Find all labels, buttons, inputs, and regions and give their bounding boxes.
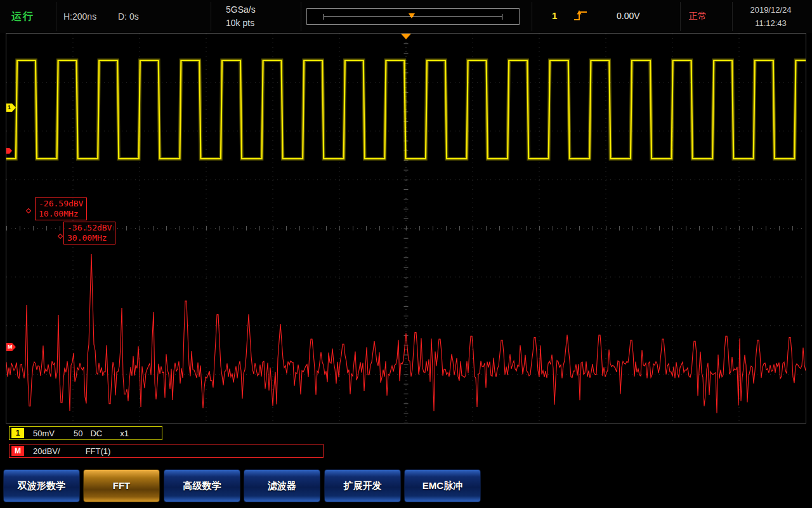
- fft-measurement-2-level: -36.52dBV: [67, 223, 112, 233]
- softkey-menu: 双波形数学 FFT 高级数学 滤波器 扩展开发 EMC脉冲: [0, 469, 812, 505]
- menu-filter[interactable]: 滤波器: [244, 469, 320, 502]
- acquisition-info: 5GSa/s 10k pts: [226, 3, 256, 30]
- fft-measurement-1-level: -26.59dBV: [39, 199, 83, 209]
- fft-measurement-1: -26.59dBV 10.00MHz: [35, 197, 87, 220]
- separator: [532, 2, 532, 31]
- horizontal-delay: D: 0s: [118, 11, 139, 22]
- trigger-rising-edge-icon: [573, 9, 588, 25]
- slider-right-bracket: [502, 14, 502, 20]
- math-badge: M: [11, 446, 24, 456]
- separator: [211, 2, 211, 31]
- fft-measurement-1-freq: 10.00MHz: [39, 209, 83, 219]
- run-status: 运行: [11, 10, 34, 23]
- math-scale: 20dBV/: [33, 446, 60, 456]
- datetime: 2019/12/24 11:12:43: [735, 3, 807, 30]
- separator: [732, 2, 733, 31]
- trigger-position-arrow[interactable]: [401, 34, 411, 39]
- ch1-coupling: DC: [90, 429, 102, 438]
- ch1-probe: x1: [120, 429, 129, 438]
- fft-trace: [6, 254, 806, 413]
- separator: [56, 2, 56, 31]
- sample-rate: 5GSa/s: [226, 3, 256, 17]
- math-function: FFT(1): [86, 446, 111, 456]
- ch1-impedance: 50: [74, 429, 82, 438]
- math-settings-bar[interactable]: M 20dBV/ FFT(1): [9, 444, 324, 458]
- scope-canvas: [6, 34, 806, 423]
- ch1-settings-bar[interactable]: 1 50mV 50 DC x1: [9, 426, 162, 440]
- waveform-display: 1 M -26.59dBV 10.00MHz -36.52dBV 30.00MH…: [6, 33, 806, 424]
- ch1-badge: 1: [11, 428, 24, 438]
- trigger-mode: 正常: [689, 11, 707, 22]
- memory-depth: 10k pts: [226, 17, 256, 30]
- menu-emc-pulse[interactable]: EMC脉冲: [404, 469, 481, 502]
- horizontal-position-slider[interactable]: [306, 8, 520, 25]
- menu-advanced-math[interactable]: 高级数学: [164, 469, 240, 502]
- horizontal-timebase: H:200ns: [63, 11, 96, 22]
- trigger-position-marker[interactable]: [409, 13, 415, 18]
- status-bar: 运行 H:200ns D: 0s 5GSa/s 10k pts 1 0.00V …: [0, 0, 812, 33]
- trigger-source: 1: [552, 10, 557, 21]
- trigger-level: 0.00V: [617, 11, 640, 21]
- date: 2019/12/24: [735, 3, 807, 17]
- fft-measurement-2: -36.52dBV 30.00MHz: [63, 222, 115, 244]
- time: 11:12:43: [735, 17, 807, 30]
- menu-extended-dev[interactable]: 扩展开发: [324, 469, 401, 502]
- ch1-scale: 50mV: [33, 429, 55, 438]
- separator: [301, 2, 301, 31]
- fft-measurement-2-freq: 30.00MHz: [67, 233, 112, 243]
- menu-fft[interactable]: FFT: [83, 469, 160, 502]
- menu-dual-waveform-math[interactable]: 双波形数学: [3, 469, 80, 502]
- separator: [680, 2, 681, 31]
